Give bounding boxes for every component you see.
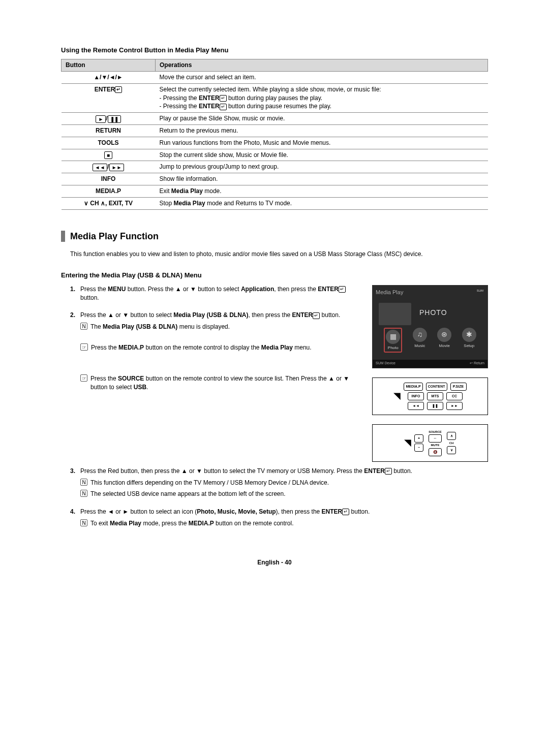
step-1: 1. Press the MENU button. Press the ▲ or…: [70, 285, 365, 302]
music-icon: ♫: [413, 328, 427, 342]
movie-icon: ⊛: [437, 328, 451, 342]
table-row: INFOShow file information.: [62, 173, 488, 185]
step-4: 4. Press the ◄ or ► button to select an …: [70, 508, 488, 528]
function-description: This function enables you to view and li…: [70, 250, 488, 259]
remote-diagram-2: ◥ + − SOURCE ↔ MUTE 🔇 ∧ CH ∨: [372, 424, 488, 462]
hand-icon: ☞: [80, 343, 88, 351]
photo-icon: ▦: [386, 330, 400, 344]
th-operations: Operations: [156, 59, 488, 72]
table-row: ■Stop the current slide show, Music or M…: [62, 149, 488, 161]
table-row: MEDIA.PExit Media Play mode.: [62, 185, 488, 197]
table-row: ►/❚❚Play or pause the Slide Show, music …: [62, 113, 488, 125]
note-icon: N: [80, 479, 87, 486]
note-icon: N: [80, 323, 87, 330]
camera-icon: [379, 303, 411, 325]
step-2: 2. Press the ▲ or ▼ button to select Med…: [70, 311, 365, 391]
media-play-screenshot: Media Play SUM PHOTO ▦Photo ♫Music ⊛Movi…: [372, 285, 488, 368]
heading-media-play-function: Media Play Function: [61, 230, 488, 243]
section-title-1: Using the Remote Control Button in Media…: [61, 46, 488, 55]
enter-icon: ↵: [115, 86, 122, 93]
table-row: ENTER↵ Select the currently selected ite…: [62, 83, 488, 112]
table-row: RETURNReturn to the previous menu.: [62, 124, 488, 137]
table-row: ▲/▼/◄/►Move the cursor and select an ite…: [62, 71, 488, 83]
note-icon: N: [80, 519, 87, 526]
th-button: Button: [62, 59, 156, 72]
note-icon: N: [80, 490, 87, 497]
remote-button-table: Button Operations ▲/▼/◄/►Move the cursor…: [61, 59, 488, 209]
page-footer: English - 40: [61, 558, 488, 567]
hand-icon: ☞: [80, 374, 87, 382]
step-3: 3. Press the Red button, then press the …: [70, 467, 488, 498]
table-row: TOOLSRun various functions from the Phot…: [62, 137, 488, 149]
setup-icon: ✱: [462, 328, 476, 342]
sub-title-entering: Entering the Media Play (USB & DLNA) Men…: [61, 271, 488, 280]
table-row: ∨ CH ∧, EXIT, TVStop Media Play mode and…: [62, 197, 488, 209]
remote-diagram-1: ◥ MEDIA.P CONTENT P.SIZE INFO MTS CC ◄◄ …: [372, 377, 488, 415]
table-row: ◄◄/►►Jump to previous group/Jump to next…: [62, 161, 488, 173]
